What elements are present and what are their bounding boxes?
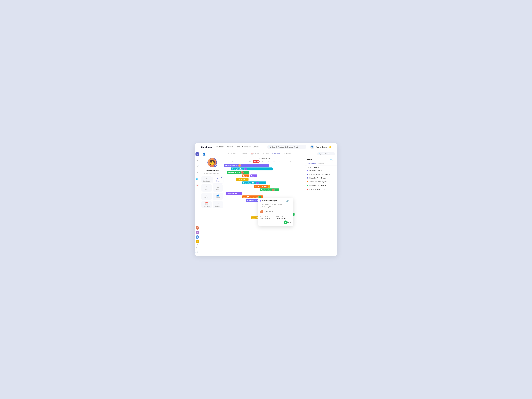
calendar-label: Calendar xyxy=(253,153,260,155)
nav-close[interactable]: ✕ xyxy=(333,146,335,149)
sidebar-more-button[interactable]: ··· xyxy=(220,153,222,155)
icon-bar-trending[interactable]: ↗ xyxy=(196,171,199,175)
task-dot-2 xyxy=(307,174,308,175)
gantt-bar-dev[interactable]: Dev... xyxy=(242,174,249,177)
sidebar-item-calendars[interactable]: 📅 Calendars xyxy=(201,201,212,208)
nav-news[interactable]: News xyxy=(236,146,240,148)
popup-play-button[interactable]: ▶ xyxy=(284,221,288,224)
start-date-label: START DATE xyxy=(260,216,275,217)
task-item-5[interactable]: Influencing The Influencer xyxy=(307,184,336,187)
settings-icon: ⚙ xyxy=(217,202,219,205)
task-item-label-6: Philosophy As A Science xyxy=(309,189,336,190)
tab-timeline[interactable]: ≡ Timeline xyxy=(271,151,282,157)
gantt-bar-label: Fin... xyxy=(251,175,254,177)
task-search-input[interactable] xyxy=(321,153,334,155)
start-date-value: Sep 3, 9:00 pm xyxy=(260,217,270,219)
sidebar-user-name: Hello Alfred Bryant xyxy=(205,169,219,171)
nav-user-avatar[interactable]: 👤 xyxy=(310,145,314,149)
task-item-label-1: Become A Travel Pro xyxy=(309,170,336,171)
tab-activity[interactable]: ↗ Activity xyxy=(282,151,292,157)
gantt-icon: ≡ xyxy=(263,153,264,155)
sidebar-item-clients[interactable]: 👥 Clients xyxy=(213,193,223,200)
task-item-6[interactable]: Philosophy As A Science xyxy=(307,188,336,191)
nav-dashboard[interactable]: Dashboard xyxy=(216,146,224,148)
tab-overdue[interactable]: Overdue xyxy=(318,162,324,165)
nav-bell[interactable]: 🔔 xyxy=(329,146,331,148)
gantt-bar-website-ho[interactable]: Website on ho... xyxy=(260,189,279,191)
gantt-bar-avatar xyxy=(238,164,241,167)
nav-userpolicy[interactable]: User Policy xyxy=(242,146,251,148)
tab-unscheduled[interactable]: Unscheduled xyxy=(307,162,316,165)
nav-search-input[interactable] xyxy=(272,146,303,148)
gantt-bar-website-hosting[interactable]: Website on hosting xyxy=(227,171,249,174)
icon-bar-avatar-4[interactable]: D xyxy=(196,240,199,243)
task-item-3[interactable]: Influencing The Influencer xyxy=(307,177,336,179)
icon-bar-avatar-2[interactable]: B xyxy=(196,231,199,234)
popup-close-button[interactable]: ✕ xyxy=(290,200,291,202)
tasks-search-button[interactable]: 🔍 xyxy=(330,158,332,161)
date-row: 10 11 12 13 14 Today 12 16 17 18 19 20 2… xyxy=(224,160,305,163)
icon-bar-star[interactable]: ★ xyxy=(196,158,199,162)
app-window: ☰ Constructor Dashboard About Us News Us… xyxy=(195,143,337,256)
icon-bar-chart[interactable]: 📊 xyxy=(196,183,199,187)
files-label: 3 Files xyxy=(262,206,266,208)
gantt-bar-fin[interactable]: Fin... xyxy=(250,174,257,177)
start-date-row: Sep 3, 9:00 pm › xyxy=(260,217,275,219)
gantt-row-6: Social Kit Develop xyxy=(224,185,305,189)
files-icon: ☁ xyxy=(217,186,219,188)
gantt-bar-add-article[interactable]: Add Article Wiki xyxy=(226,192,242,195)
task-search: 🔍 xyxy=(317,152,335,155)
tab-list-tasks[interactable]: ≡ List Tasks xyxy=(227,151,238,157)
gantt-bar-change-label[interactable]: Change Label ... xyxy=(236,178,248,181)
task-item-1[interactable]: Become A Travel Pro xyxy=(307,169,336,172)
hamburger-menu[interactable]: ☰ xyxy=(197,146,200,149)
email-icon[interactable]: ✉ xyxy=(195,251,196,253)
gantt-bar-social-kit[interactable]: Social Kit Develop xyxy=(254,185,270,188)
files-label: Files xyxy=(216,189,219,190)
date-17: 17 xyxy=(265,160,271,163)
gantt-bar-develop-database[interactable]: Develop Database xyxy=(231,167,273,171)
priority-icon: ⚑ xyxy=(270,203,272,205)
task-dot-4 xyxy=(307,181,308,182)
tab-gantt[interactable]: ≡ Gantt xyxy=(262,151,270,157)
icon-bar-add-button[interactable]: + xyxy=(196,244,199,248)
gantt-row-8: Add Article Wiki xyxy=(224,192,305,196)
sidebar-item-settings[interactable]: ⚙ Settings xyxy=(213,201,223,208)
tasks-sort: Sort by Priority ▲ xyxy=(305,165,337,169)
sidebar-item-emails[interactable]: ✉ Emails xyxy=(201,193,212,200)
popup-user-avatar xyxy=(260,210,263,213)
date-19: 19 xyxy=(277,160,282,163)
icon-bar-avatar-1[interactable]: A xyxy=(196,226,199,230)
icon-bar-edit[interactable]: ✏ xyxy=(196,152,199,156)
nav-more[interactable]: ··· xyxy=(262,146,263,148)
tasks-header: Tasks 🔍 → xyxy=(305,157,337,162)
popup-header: Development Apps 🔗 ✕ xyxy=(260,200,291,202)
nav-about[interactable]: About Us xyxy=(227,146,234,148)
sort-arrow: ▲ xyxy=(318,166,319,168)
sidebar-item-dashboard[interactable]: ⊞ Dashboard xyxy=(201,176,212,183)
popup-link-icon[interactable]: 🔗 xyxy=(286,200,289,202)
popup-subtasks: ↰ 4 Subtasks xyxy=(260,203,269,205)
tab-calendar[interactable]: 📅 Calendar xyxy=(249,151,261,157)
tasks-forward-button[interactable]: → xyxy=(334,158,336,161)
sidebar-item-tasks[interactable]: ≡ Tasks xyxy=(201,184,212,191)
sidebar-item-notes[interactable]: ≡ Notes xyxy=(213,176,223,183)
right-panel: Tasks 🔍 → Unscheduled Overdue Sort by Pr… xyxy=(305,157,337,256)
task-item-2[interactable]: Business Cards Does Your Busi... xyxy=(307,173,336,176)
icon-bar-dot[interactable]: ● xyxy=(196,165,199,169)
clipboard-icon[interactable]: 📋 xyxy=(196,251,198,253)
gantt-bar-development-apps[interactable]: Development Apps xyxy=(224,164,269,167)
date-today: Today 12 xyxy=(253,160,260,163)
task-dot-1 xyxy=(307,170,308,171)
gantt-row-7: Website on ho... xyxy=(224,189,305,192)
nav-contacts[interactable]: Contacts xyxy=(253,146,259,148)
gantt-bar-change-label-blog[interactable]: Change Label Blog xyxy=(242,182,266,184)
calendar-icon: 📅 xyxy=(251,153,253,155)
icon-bar-globe[interactable]: 🌐 xyxy=(196,177,199,181)
task-item-4[interactable]: 3 Smart Reasons Why You xyxy=(307,180,336,183)
gantt-row-1: Develop Database xyxy=(224,167,305,171)
sidebar-item-files[interactable]: ☁ Files xyxy=(213,184,223,191)
tab-boards[interactable]: ⊞ Boards xyxy=(238,151,248,157)
icon-bar-avatar-3[interactable]: C xyxy=(196,235,199,239)
notes-icon: ≡ xyxy=(217,177,218,180)
